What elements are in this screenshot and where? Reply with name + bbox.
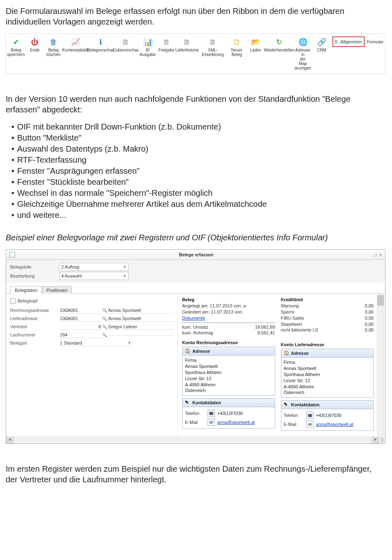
tab-strip: Belegdaten Positionen <box>10 286 385 294</box>
app-window: Belege erfassen □ × Belegstufe 2 Auftrag… <box>6 249 385 444</box>
tab-belegdaten[interactable]: Belegdaten <box>10 286 42 294</box>
search-icon[interactable]: 🔍 <box>102 316 107 321</box>
ribbon-icon: 🗎 <box>121 37 131 47</box>
ribbon-label: AdresseinderMapanzeigen <box>294 48 311 70</box>
ribbon-button[interactable]: 📈Kontenstatistik <box>63 36 87 53</box>
bearbeitung-dropdown[interactable]: 4 Auswahl ▼ <box>59 272 129 280</box>
kredit-row-label: nicht fakturierte LS <box>281 327 318 333</box>
ribbon-label: Ende <box>30 48 39 52</box>
ribbon-button[interactable]: 📂Laden <box>247 36 265 53</box>
belegart-field[interactable]: 1 Standard <box>59 340 126 346</box>
search-icon[interactable]: 🔍 <box>102 325 107 329</box>
beleg-created: Angelegt am: 11.07.2013 von: a <box>182 303 246 309</box>
ribbon-button[interactable]: 📊BIAusgabe <box>139 36 157 58</box>
ribbon-button[interactable]: 🗎XML-Erweiterung <box>199 36 227 58</box>
address-line: A-4950 Altheim <box>284 384 371 390</box>
ribbon-label: NeuerBeleg <box>231 48 242 57</box>
kredit-row-value: 0,00 <box>365 315 374 321</box>
mail-icon[interactable]: ✉ <box>207 419 215 426</box>
vertreter-field[interactable]: 8 <box>59 324 102 330</box>
ribbon-label: Belegspeichern <box>7 48 24 57</box>
ribbon-button[interactable]: 🗋NeuerBeleg <box>228 36 246 58</box>
ribbon-icon: 🗎 <box>162 37 172 47</box>
laufnummer-field[interactable]: 294 <box>59 332 102 338</box>
email-link[interactable]: anna@sportwelt.at <box>316 421 354 428</box>
ribbon-button[interactable]: 🗑Beleglöschen <box>45 36 62 58</box>
ribbon-button[interactable]: 🗎Cubevorschau <box>114 36 138 53</box>
address-line: Österreich <box>284 390 371 396</box>
kontakt-panel-liefer: ✎Kontaktdaten Telefon☎+43(1)97030 E-Mail… <box>281 400 374 431</box>
email-link[interactable]: anna@sportwelt.at <box>217 419 255 426</box>
window-title: Belege erfassen <box>18 252 374 257</box>
laufnummer-desc <box>107 334 174 336</box>
lieferadresse-field[interactable]: 230A001 <box>59 316 102 322</box>
bearbeitung-value: 4 Auswahl <box>61 273 123 278</box>
address-line: Linzer Str. 12 <box>284 378 371 384</box>
address-line: Österreich <box>185 388 272 394</box>
rechnungsadresse-field[interactable]: 230A001 <box>59 307 102 314</box>
ribbon-label: XML-Erweiterung <box>200 48 226 57</box>
close-icon[interactable]: × <box>379 252 382 257</box>
ribbon-button[interactable]: 🗎Freigabe <box>158 36 176 53</box>
ribbon-icon: ↻ <box>274 37 284 47</box>
ribbon-toolbar: ✔Belegspeichern⏻Ende🗑Beleglöschen📈Konten… <box>6 34 385 74</box>
ribbon-label: Laden <box>250 48 261 52</box>
header-fields: Belegstufe 2 Auftrag ▼ Bearbeitung 4 Aus… <box>6 260 385 283</box>
ribbon-button[interactable]: 🗎Lieferhistorie <box>176 36 198 53</box>
adresse-header: Adresse <box>192 349 210 354</box>
beleg-changed: Geändert am: 11.07.2013 von: <box>182 309 243 315</box>
tab-positionen[interactable]: Positionen <box>42 286 72 294</box>
address-line: Linzer Str. 12 <box>185 376 272 382</box>
chevron-down-icon: ▾ <box>360 40 362 44</box>
dokumente-link[interactable]: Dokumente <box>182 315 205 321</box>
house-icon: 🏠 <box>284 350 290 356</box>
vertical-scrollbar[interactable] <box>377 295 384 436</box>
pencil-icon: ✎ <box>284 402 290 408</box>
kredit-row-value: 0,00 <box>365 321 374 327</box>
ribbon-icon: ℹ <box>96 37 106 47</box>
adresse-header: Adresse <box>291 351 309 356</box>
konto-rechnung-header: Konto Rechnungsadresse <box>182 340 275 345</box>
resize-grip-icon[interactable]: ⣿ <box>379 437 385 443</box>
horizontal-scrollbar[interactable]: ◄ ► ⣿ <box>6 437 385 444</box>
laufnummer-label: Laufnummer <box>10 332 59 337</box>
scroll-left-icon[interactable]: ◄ <box>6 437 13 444</box>
intro-para-1: Die Formularauswahl im Belege erfassen e… <box>6 6 385 27</box>
maximize-icon[interactable]: □ <box>374 252 377 257</box>
feature-item: Button "Merkliste" <box>11 132 385 143</box>
belegstufe-dropdown[interactable]: 2 Auftrag ▼ <box>59 263 129 271</box>
kredit-row-label: Sperre <box>281 309 294 315</box>
ribbon-icon: ⏻ <box>30 37 40 47</box>
ribbon-button[interactable]: ↻Wiederherstellen <box>265 36 293 53</box>
chevron-down-icon: ▼ <box>123 265 127 269</box>
ribbon-button[interactable]: 🌐AdresseinderMapanzeigen <box>294 36 312 71</box>
ribbon-button[interactable]: 🔗CRM <box>313 36 331 53</box>
closing-para: Im ersten Register werden zum Beispiel n… <box>6 464 385 485</box>
kontakt-header: Kontaktdaten <box>192 400 221 405</box>
ribbon-label: Lieferhistorie <box>175 48 198 52</box>
info-column: Beleg Angelegt am: 11.07.2013 von: a Geä… <box>178 294 385 437</box>
ribbon-label: Wiederherstellen <box>264 48 294 52</box>
kredit-row-label: Stapelwert <box>281 321 302 327</box>
kum-umsatz-value: 18.061,89 <box>255 324 275 330</box>
ribbon-button[interactable]: ℹBelegvorschau <box>88 36 113 53</box>
lieferadresse-desc: Annas Sportwelt <box>107 316 174 322</box>
phone-icon[interactable]: ☎ <box>306 412 314 419</box>
search-icon[interactable]: 🔍 <box>102 333 107 337</box>
kredit-info-block: Kreditlimit Warnung0,00Sperre0,00FIBU-Sa… <box>281 297 374 433</box>
chevron-down-icon[interactable]: ▼ <box>126 341 133 345</box>
phone-icon[interactable]: ☎ <box>207 410 215 417</box>
ribbon-button[interactable]: ✔Belegspeichern <box>7 36 25 58</box>
search-icon[interactable]: 🔍 <box>102 308 107 313</box>
belegart-label: Belegart <box>10 340 59 345</box>
chevron-down-icon: ▼ <box>123 274 127 278</box>
ribbon-icon: 📊 <box>143 37 153 47</box>
feature-list: OIF mit bekannter Drill Down-Funktion (z… <box>6 121 385 221</box>
formular-dropdown[interactable]: 0Allgemein▾ <box>332 36 365 47</box>
ribbon-icon: 📂 <box>251 37 261 47</box>
scroll-right-icon[interactable]: ► <box>372 437 379 444</box>
adresse-panel-rechnung: 🏠Adresse FirmaAnnas SportweltSporthaus A… <box>182 347 275 396</box>
kredit-row-value: 0,00 <box>365 327 374 333</box>
ribbon-button[interactable]: ⏻Ende <box>26 36 44 53</box>
mail-icon[interactable]: ✉ <box>306 421 314 428</box>
